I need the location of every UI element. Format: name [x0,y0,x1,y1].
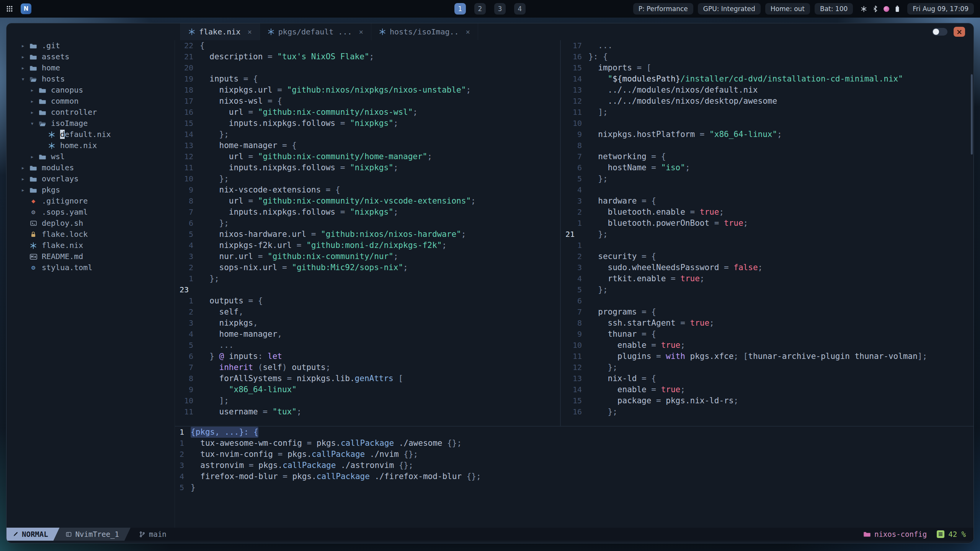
tab-close-icon[interactable]: × [466,28,470,36]
line-number: 2 [175,262,200,273]
workspace-button-2[interactable]: 2 [474,3,486,15]
app-launcher-icon[interactable] [6,5,13,12]
mode-indicator: NORMAL [7,528,60,541]
editor-pane-flake-nix[interactable]: 22{21 description = "tux's NixOS Flake";… [175,40,560,426]
line-number: 7 [175,207,200,218]
line-number: 23 [175,284,200,295]
tree-item-flake-nix[interactable]: flake.nix [7,240,175,251]
system-bar: N 1234 P: PerformanceGPU: IntegratedHome… [0,0,980,18]
chevron-right-icon[interactable]: ▸ [18,173,28,184]
line-number: 5 [561,173,588,184]
tree-item-controller[interactable]: ▸controller [7,107,175,118]
clock[interactable]: Fri Aug 09, 17:09 [907,3,974,15]
buffer-tab-2[interactable]: pkgs/default ...× [260,23,371,40]
chevron-right-icon[interactable]: ▸ [27,151,37,162]
line-number: 15 [175,118,200,129]
tree-item-isoimage[interactable]: ▾isoImage [7,118,175,129]
code-text: }; [588,284,608,295]
tab-close-icon[interactable]: × [247,28,252,36]
tree-item-stylua-toml[interactable]: ⚙stylua.toml [7,262,175,273]
tree-item-wsl[interactable]: ▸wsl [7,151,175,162]
tree-item-home-nix[interactable]: home.nix [7,140,175,151]
shell-icon [28,220,39,227]
code-line: 4 nixpkgs-f2k.url = "github:moni-dz/nixp… [175,240,560,251]
tree-item-overlays[interactable]: ▸overlays [7,173,175,184]
code-text: }: { [588,51,608,62]
chevron-down-icon[interactable]: ▾ [18,73,28,85]
neovim-taskbar-icon[interactable]: N [21,3,31,14]
status-pill-gpu[interactable]: GPU: Integrated [698,3,761,15]
line-number: 8 [561,318,588,329]
workspace-button-3[interactable]: 3 [494,3,506,15]
code-line: 5 }; [561,173,973,184]
tab-close-icon[interactable]: × [359,28,363,36]
code-line: 21 }; [561,229,973,240]
tree-item-label: stylua.toml [42,262,92,273]
bluetooth-icon[interactable] [873,5,878,12]
titlebar-toggle[interactable] [932,28,947,36]
buffer-tab-1[interactable]: flake.nix× [180,23,260,40]
tree-item-canopus[interactable]: ▸canopus [7,85,175,96]
chevron-right-icon[interactable]: ▸ [18,51,28,62]
code-line: 17 nixos-wsl = { [175,96,560,107]
line-number: 9 [561,129,588,140]
tree-item-flake-lock[interactable]: flake.lock [7,229,175,240]
chevron-right-icon[interactable]: ▸ [18,40,28,51]
code-line: 12 ../../modules/nixos/desktop/awesome [561,96,973,107]
window-close-button[interactable]: × [954,27,965,37]
code-line: 1 }; [175,273,560,284]
buffer-tab-3[interactable]: hosts/isoImag..× [371,23,478,40]
chevron-right-icon[interactable]: ▸ [27,85,37,96]
tree-item-readme-md[interactable]: README.md [7,251,175,262]
line-number: 15 [561,395,588,406]
toggle-knob [933,29,939,35]
battery-icon[interactable] [895,5,900,12]
tree-item-hosts[interactable]: ▾hosts [7,73,175,85]
code-text: inherit (self) outputs; [200,362,330,373]
chevron-right-icon[interactable]: ▸ [18,62,28,73]
code-line: 21 description = "tux's NixOS Flake"; [175,51,560,62]
tree-item-home[interactable]: ▸home [7,62,175,73]
tree-item-label: default.nix [60,129,111,140]
tab-label: pkgs/default ... [278,27,352,36]
hue-icon[interactable] [884,6,889,12]
code-text: inputs = { [200,73,258,85]
editor-pane-hosts-isoimage-default-nix[interactable]: 17 ...16}: {15 imports = [14 "${modulesP… [561,40,973,426]
workspace-button-1[interactable]: 1 [454,3,466,15]
line-number: 16 [561,51,588,62]
scrollbar-thumb[interactable] [971,74,973,155]
chevron-right-icon[interactable]: ▸ [27,96,37,107]
code-text: }; [588,362,617,373]
status-pill-home-status[interactable]: Home: out [765,3,810,15]
tree-item-deploy-sh[interactable]: deploy.sh [7,218,175,229]
system-bar-left: N [6,3,31,14]
code-text: forAllSystems = nixpkgs.lib.genAttrs [ [200,373,403,384]
tree-item-git[interactable]: ▸.git [7,40,175,51]
line-number: 5 [175,340,200,351]
line-number: 10 [175,173,200,184]
tree-item-sops-yaml[interactable]: ⚙.sops.yaml [7,207,175,218]
tree-item-common[interactable]: ▸common [7,96,175,107]
chevron-right-icon[interactable]: ▸ [18,184,28,196]
code-line: 5 }; [561,284,973,295]
chevron-right-icon[interactable]: ▸ [27,107,37,118]
editor-pane-pkgs-default-nix[interactable]: 1{pkgs, ...}: {1 tux-awesome-wm-config =… [175,427,973,528]
status-pill-battery[interactable]: Bat: 100 [815,3,853,15]
code-text: ... [588,40,612,51]
tree-item-modules[interactable]: ▸modules [7,162,175,173]
file-tree[interactable]: ▸.git▸assets▸home▾hosts▸canopus▸common▸c… [7,40,175,528]
tree-item-assets[interactable]: ▸assets [7,51,175,62]
fan-icon[interactable] [861,6,867,12]
line-number: 6 [175,218,200,229]
workspace-button-4[interactable]: 4 [514,3,526,15]
tree-item-default-nix[interactable]: default.nix [7,129,175,140]
code-text: nix-vscode-extensions = { [200,184,340,196]
tree-item-gitignore[interactable]: ◆.gitignore [7,196,175,207]
status-pill-power-profile[interactable]: P: Performance [633,3,693,15]
chevron-down-icon[interactable]: ▾ [27,118,37,129]
code-text: sudo.wheelNeedsPassword = false; [588,262,763,273]
line-number: 5 [561,284,588,295]
tree-item-pkgs[interactable]: ▸pkgs [7,184,175,196]
chevron-right-icon[interactable]: ▸ [18,162,28,173]
code-text: ... [200,340,234,351]
